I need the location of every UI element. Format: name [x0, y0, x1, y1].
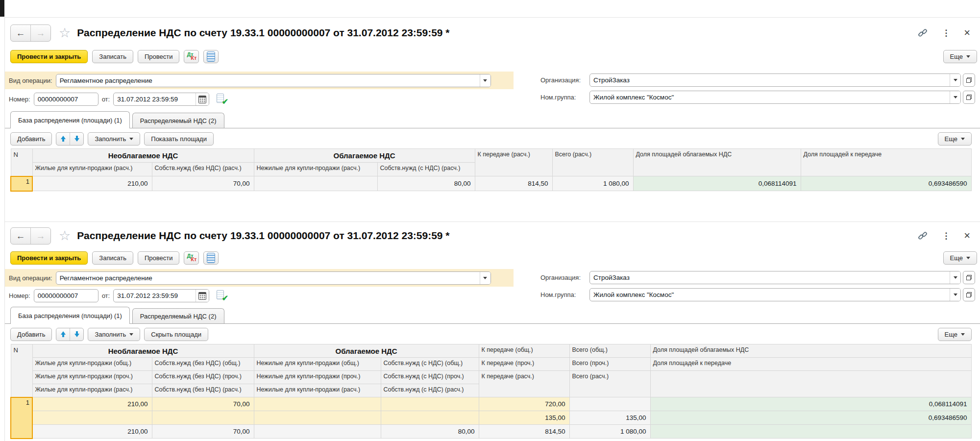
open-button[interactable]: [963, 288, 975, 301]
table-cell[interactable]: [254, 425, 381, 439]
date-input[interactable]: 31.07.2012 23:59:59: [113, 93, 209, 106]
open-button[interactable]: [963, 271, 975, 284]
table-cell[interactable]: [381, 411, 479, 425]
tab-distribution-base[interactable]: База распределения (площади) (1): [10, 307, 130, 324]
tab-distributed-vat[interactable]: Распределяемый НДС (2): [132, 113, 224, 128]
fill-button-label: Заполнить: [95, 135, 126, 143]
fill-button[interactable]: Заполнить: [88, 328, 140, 341]
nomenclature-group-input[interactable]: Жилой комплекс "Космос": [589, 288, 961, 301]
table-cell[interactable]: 70,00: [152, 425, 254, 439]
dropdown-button[interactable]: [480, 272, 490, 284]
table-cell[interactable]: 0,693486590: [650, 411, 971, 425]
link-icon[interactable]: [917, 27, 928, 38]
table-cell[interactable]: 720,00: [479, 397, 569, 411]
open-button[interactable]: [963, 91, 975, 104]
down-arrow-icon: [74, 138, 79, 142]
table-cell[interactable]: 0,693486590: [801, 176, 971, 191]
table-cell[interactable]: 1 080,00: [569, 425, 650, 439]
forward-button[interactable]: →: [30, 228, 50, 244]
dtkt-postings-button[interactable]: Дт Кт: [184, 251, 199, 265]
add-button[interactable]: Добавить: [10, 328, 52, 341]
open-button[interactable]: [963, 74, 975, 87]
calendar-button[interactable]: [196, 93, 209, 105]
move-up-button[interactable]: [56, 328, 70, 341]
more-button[interactable]: Еще: [943, 50, 977, 63]
table-cell[interactable]: [650, 425, 971, 439]
table-cell[interactable]: 210,00: [32, 397, 152, 411]
table-cell[interactable]: [254, 176, 377, 191]
table-cell[interactable]: [254, 411, 381, 425]
date-input[interactable]: 31.07.2012 23:59:59: [113, 289, 209, 302]
table-cell[interactable]: [152, 411, 254, 425]
add-button[interactable]: Добавить: [10, 132, 52, 146]
document-journal-button[interactable]: [203, 251, 219, 265]
move-down-button[interactable]: [70, 328, 83, 341]
back-button[interactable]: ←: [11, 228, 30, 244]
table-cell[interactable]: 1 080,00: [552, 176, 633, 191]
table-cell[interactable]: [254, 397, 381, 411]
favorites-star-icon[interactable]: ☆: [59, 229, 71, 243]
table-cell[interactable]: 135,00: [479, 411, 569, 425]
table-cell[interactable]: 210,00: [32, 425, 152, 439]
table-cell[interactable]: 0,068114091: [633, 176, 801, 191]
tab-strip: База распределения (площади) (1) Распред…: [5, 307, 980, 324]
post-and-close-button[interactable]: Провести и закрыть: [10, 251, 88, 265]
table-more-button[interactable]: Еще: [938, 328, 972, 341]
calendar-button[interactable]: [196, 290, 209, 302]
table-cell[interactable]: 814,50: [475, 176, 552, 191]
toggle-areas-button[interactable]: Скрыть площади: [144, 328, 208, 341]
more-menu-icon[interactable]: ⋮: [942, 28, 950, 38]
number-input[interactable]: 00000000007: [34, 289, 98, 302]
operation-type-input[interactable]: Регламентное распределение: [56, 74, 491, 87]
operation-type-row: Вид операции: Регламентное распределение: [5, 72, 514, 89]
post-button[interactable]: Провести: [138, 251, 180, 265]
organization-input[interactable]: СтройЗаказ: [589, 271, 961, 284]
table-cell[interactable]: 0,068114091: [650, 397, 971, 411]
close-icon[interactable]: ×: [964, 27, 970, 38]
more-button[interactable]: Еще: [943, 251, 977, 265]
post-and-close-button[interactable]: Провести и закрыть: [10, 50, 88, 63]
number-input[interactable]: 00000000007: [34, 93, 98, 106]
table-cell[interactable]: 70,00: [152, 397, 254, 411]
post-button[interactable]: Провести: [138, 50, 180, 63]
forward-button[interactable]: →: [30, 25, 50, 41]
dropdown-button[interactable]: [950, 91, 960, 103]
tab-distributed-vat[interactable]: Распределяемый НДС (2): [132, 308, 224, 323]
write-button[interactable]: Записать: [92, 251, 133, 265]
toggle-areas-button[interactable]: Показать площади: [144, 132, 214, 146]
row-number-cell[interactable]: 1: [11, 397, 32, 439]
move-down-button[interactable]: [70, 133, 83, 145]
table-cell[interactable]: 135,00: [569, 411, 650, 425]
organization-input[interactable]: СтройЗаказ: [589, 74, 961, 87]
move-buttons: [56, 328, 84, 341]
favorites-star-icon[interactable]: ☆: [59, 26, 71, 40]
write-button[interactable]: Записать: [92, 50, 133, 63]
nomenclature-group-input[interactable]: Жилой комплекс "Космос": [589, 91, 961, 104]
chevron-down-icon: [966, 55, 970, 58]
row-number-cell[interactable]: 1: [11, 176, 32, 191]
dropdown-button[interactable]: [950, 289, 960, 301]
table-more-button[interactable]: Еще: [938, 132, 972, 146]
dtkt-postings-button[interactable]: Дт Кт: [184, 50, 199, 63]
fill-button[interactable]: Заполнить: [88, 132, 140, 146]
close-icon[interactable]: ×: [964, 230, 970, 241]
table-cell[interactable]: [32, 411, 152, 425]
operation-type-input[interactable]: Регламентное распределение: [56, 271, 491, 285]
document-journal-button[interactable]: [203, 50, 219, 63]
table-cell[interactable]: 814,50: [479, 425, 569, 439]
table-cell[interactable]: 80,00: [377, 176, 475, 191]
link-icon[interactable]: [917, 230, 928, 241]
table-cell[interactable]: 210,00: [32, 176, 152, 191]
table-cell[interactable]: 80,00: [381, 425, 479, 439]
dropdown-button[interactable]: [950, 74, 960, 86]
dropdown-button[interactable]: [480, 74, 490, 87]
more-menu-icon[interactable]: ⋮: [942, 231, 950, 241]
move-up-button[interactable]: [56, 133, 70, 145]
table-cell[interactable]: [381, 397, 479, 411]
back-button[interactable]: ←: [11, 25, 30, 41]
column-header-total: Всего (расч.): [552, 149, 633, 176]
tab-distribution-base[interactable]: База распределения (площади) (1): [10, 111, 130, 128]
dropdown-button[interactable]: [950, 271, 960, 284]
table-cell[interactable]: [569, 397, 650, 411]
table-cell[interactable]: 70,00: [152, 176, 254, 191]
